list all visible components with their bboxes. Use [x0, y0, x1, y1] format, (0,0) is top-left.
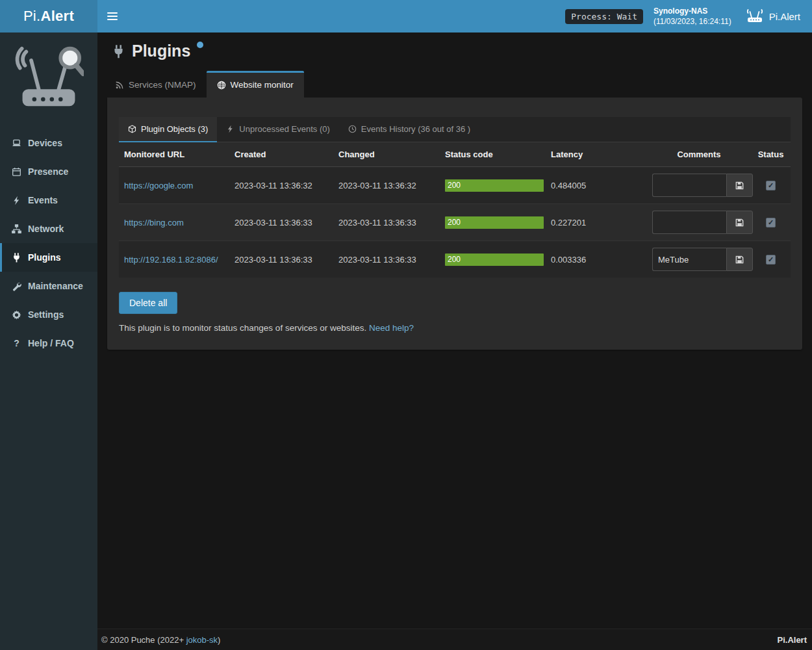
comment-input[interactable] — [652, 248, 726, 271]
need-help-link[interactable]: Need help? — [369, 323, 414, 333]
calendar-icon — [11, 167, 22, 177]
sidebar-item-presence[interactable]: Presence — [0, 157, 97, 186]
sidebar-item-settings[interactable]: Settings — [0, 300, 97, 329]
col-created: Created — [229, 142, 333, 167]
clock-icon — [348, 125, 357, 133]
created-cell: 2023-03-11 13:36:33 — [229, 204, 333, 241]
tab-events-history[interactable]: Events History (36 out of 36 ) — [339, 117, 479, 142]
latency-cell: 0.227201 — [546, 204, 647, 241]
sidebar-item-help-faq[interactable]: ? Help / FAQ — [0, 329, 97, 358]
tab-label: Plugin Objects (3) — [141, 124, 208, 134]
tab-plugin-objects[interactable]: Plugin Objects (3) — [119, 117, 217, 142]
sidebar-toggle-button[interactable] — [97, 0, 127, 32]
hamburger-icon — [107, 12, 118, 14]
comment-group — [652, 174, 753, 197]
changed-cell: 2023-03-11 13:36:33 — [333, 241, 440, 278]
delete-all-button[interactable]: Delete all — [119, 292, 177, 314]
sidebar-item-label: Network — [28, 224, 64, 234]
plugin-description: This plugin is to monitor status changes… — [119, 323, 791, 333]
brand-logo[interactable]: Pi.Alert — [0, 0, 97, 32]
floppy-icon — [735, 181, 744, 190]
tab-services-nmap[interactable]: Services (NMAP) — [105, 71, 207, 98]
floppy-icon — [735, 255, 744, 265]
topbar-app-link[interactable]: Pi.Alert — [742, 9, 804, 23]
bolt-icon — [226, 125, 235, 133]
page-header: Plugins — [97, 32, 812, 67]
comment-group — [652, 248, 753, 271]
website-monitor-panel: Plugin Objects (3) Unprocessed Events (0… — [107, 98, 802, 350]
tab-unprocessed-events[interactable]: Unprocessed Events (0) — [217, 117, 338, 142]
main-content: Plugins Services (NMAP) Website monitor … — [97, 32, 812, 629]
sidebar-item-label: Maintenance — [28, 281, 83, 291]
sidebar-item-plugins[interactable]: Plugins — [0, 243, 97, 272]
author-link[interactable]: jokob-sk — [186, 635, 218, 645]
status-code-bar: 200 — [445, 254, 544, 266]
sidebar-item-network[interactable]: Network — [0, 214, 97, 243]
host-info: Synology-NAS (11/03/2023, 16:24:11) — [653, 6, 731, 27]
signal-icon — [115, 81, 124, 90]
page-title: Plugins — [132, 43, 190, 59]
sidebar: Devices Presence Events Network Plugins — [0, 32, 97, 650]
plugins-info-badge[interactable] — [197, 42, 203, 48]
col-monitored-url: Monitored URL — [119, 142, 229, 167]
monitored-url-link[interactable]: http://192.168.1.82:8086/ — [124, 255, 218, 265]
status-checkbox[interactable] — [766, 218, 776, 228]
created-cell: 2023-03-11 13:36:33 — [229, 241, 333, 278]
topbar-app-label: Pi.Alert — [769, 11, 800, 22]
monitored-url-link[interactable]: https://bing.com — [124, 218, 184, 228]
status-checkbox[interactable] — [766, 255, 776, 265]
plugin-tabs: Services (NMAP) Website monitor — [105, 71, 802, 98]
latency-cell: 0.003336 — [546, 241, 647, 278]
plugin-inner-tabs: Plugin Objects (3) Unprocessed Events (0… — [119, 117, 791, 142]
pialert-logo — [0, 32, 97, 129]
tab-label: Unprocessed Events (0) — [239, 124, 329, 134]
comment-group — [652, 211, 753, 234]
monitored-url-link[interactable]: https://google.com — [124, 181, 193, 190]
sidebar-item-devices[interactable]: Devices — [0, 129, 97, 157]
col-comments: Comments — [647, 142, 751, 167]
status-code-bar: 200 — [445, 216, 544, 229]
footer-copyright: © 2020 Puche (2022+ jokob-sk) — [101, 635, 220, 645]
sidebar-item-label: Presence — [28, 166, 68, 177]
created-cell: 2023-03-11 13:36:32 — [229, 167, 333, 204]
tab-label: Website monitor — [231, 80, 294, 90]
sidebar-item-events[interactable]: Events — [0, 186, 97, 214]
wrench-icon — [11, 281, 22, 291]
brand-prefix: Pi. — [23, 8, 41, 25]
sidebar-item-label: Devices — [28, 138, 62, 148]
top-navbar: Pi.Alert Process: Wait Synology-NAS (11/… — [0, 0, 812, 32]
changed-cell: 2023-03-11 13:36:32 — [333, 167, 440, 204]
laptop-icon — [11, 138, 22, 148]
host-name: Synology-NAS — [653, 6, 731, 16]
status-checkbox[interactable] — [766, 181, 776, 190]
col-status: Status — [751, 142, 791, 167]
globe-icon — [217, 81, 226, 90]
save-comment-button[interactable] — [726, 211, 753, 234]
save-comment-button[interactable] — [726, 174, 753, 197]
description-text: This plugin is to monitor status changes… — [119, 323, 369, 333]
footer: © 2020 Puche (2022+ jokob-sk) Pi.Alert — [97, 629, 812, 650]
sidebar-item-label: Settings — [28, 309, 64, 320]
save-comment-button[interactable] — [726, 248, 753, 271]
sidebar-item-label: Help / FAQ — [28, 338, 74, 348]
sidebar-menu: Devices Presence Events Network Plugins — [0, 129, 97, 358]
bolt-icon — [11, 196, 22, 205]
col-latency: Latency — [546, 142, 647, 167]
host-timestamp: (11/03/2023, 16:24:11) — [653, 16, 731, 27]
plug-icon — [112, 45, 125, 58]
table-header-row: Monitored URL Created Changed Status cod… — [119, 142, 791, 167]
sidebar-item-label: Events — [28, 195, 58, 205]
comment-input[interactable] — [652, 211, 726, 234]
monitored-urls-table: Monitored URL Created Changed Status cod… — [119, 142, 791, 278]
sidebar-item-maintenance[interactable]: Maintenance — [0, 272, 97, 300]
cube-icon — [128, 125, 136, 133]
gear-icon — [11, 310, 22, 320]
tab-website-monitor[interactable]: Website monitor — [207, 71, 304, 98]
tab-label: Services (NMAP) — [129, 80, 196, 90]
table-row: https://bing.com 2023-03-11 13:36:33 202… — [119, 204, 791, 241]
comment-input[interactable] — [652, 174, 726, 197]
footer-brand: Pi.Alert — [777, 635, 807, 645]
table-row: https://google.com 2023-03-11 13:36:32 2… — [119, 167, 791, 204]
sidebar-item-label: Plugins — [28, 252, 61, 263]
table-row: http://192.168.1.82:8086/ 2023-03-11 13:… — [119, 241, 791, 278]
